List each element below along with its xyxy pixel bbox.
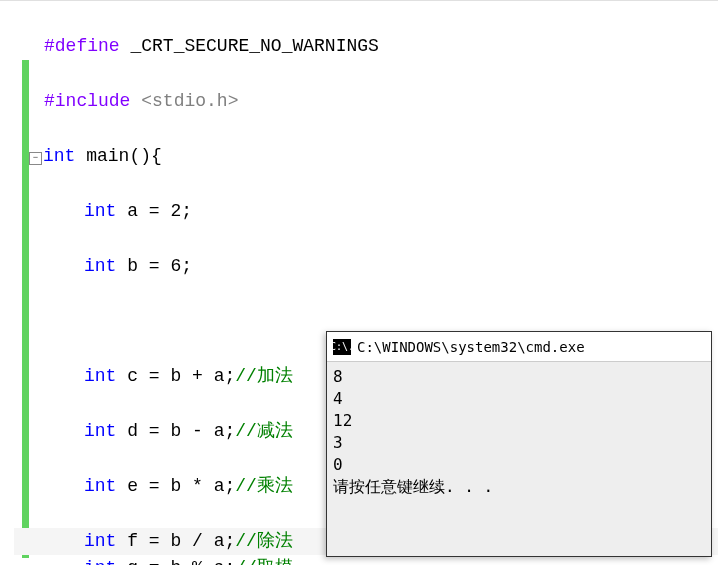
console-line: 0 <box>333 454 705 476</box>
type-int: int <box>84 256 116 276</box>
console-title: C:\WINDOWS\system32\cmd.exe <box>357 339 585 355</box>
open-brace: { <box>151 146 162 166</box>
expr-e: e = b * a; <box>127 476 235 496</box>
preproc-define: #define <box>44 36 120 56</box>
cmd-icon: C:\. <box>333 339 351 355</box>
semi: ; <box>181 256 192 276</box>
var-a: a <box>127 201 138 221</box>
expr-d: d = b - a; <box>127 421 235 441</box>
parens: () <box>129 146 151 166</box>
fn-main: main <box>86 146 129 166</box>
macro-name: _CRT_SECURE_NO_WARNINGS <box>130 36 378 56</box>
comment-mod: //取模 <box>235 558 293 565</box>
val-6: 6 <box>170 256 181 276</box>
val-2: 2 <box>170 201 181 221</box>
type-int: int <box>84 201 116 221</box>
type-int: int <box>84 476 116 496</box>
eq: = <box>149 256 160 276</box>
type-int: int <box>84 421 116 441</box>
console-line: 12 <box>333 410 705 432</box>
var-b: b <box>127 256 138 276</box>
console-line: 8 <box>333 366 705 388</box>
comment-sub: //减法 <box>235 421 293 441</box>
type-int: int <box>84 558 116 565</box>
comment-add: //加法 <box>235 366 293 386</box>
semi: ; <box>181 201 192 221</box>
preproc-include: #include <box>44 91 130 111</box>
fold-toggle-icon[interactable]: − <box>29 152 42 165</box>
comment-mul: //乘法 <box>235 476 293 496</box>
expr-f: f = b / a; <box>127 531 235 551</box>
include-header: <stdio.h> <box>141 91 238 111</box>
console-body[interactable]: 8 4 12 3 0 请按任意键继续. . . <box>327 362 711 502</box>
eq: = <box>149 201 160 221</box>
type-int: int <box>84 531 116 551</box>
expr-c: c = b + a; <box>127 366 235 386</box>
console-titlebar[interactable]: C:\. C:\WINDOWS\system32\cmd.exe <box>327 332 711 362</box>
console-line: 3 <box>333 432 705 454</box>
comment-div: //除法 <box>235 531 293 551</box>
expr-g: g = b % a; <box>127 558 235 565</box>
console-line: 请按任意键继续. . . <box>333 476 705 498</box>
type-int: int <box>84 366 116 386</box>
console-window[interactable]: C:\. C:\WINDOWS\system32\cmd.exe 8 4 12 … <box>326 331 712 557</box>
console-line: 4 <box>333 388 705 410</box>
type-int: int <box>43 146 75 166</box>
